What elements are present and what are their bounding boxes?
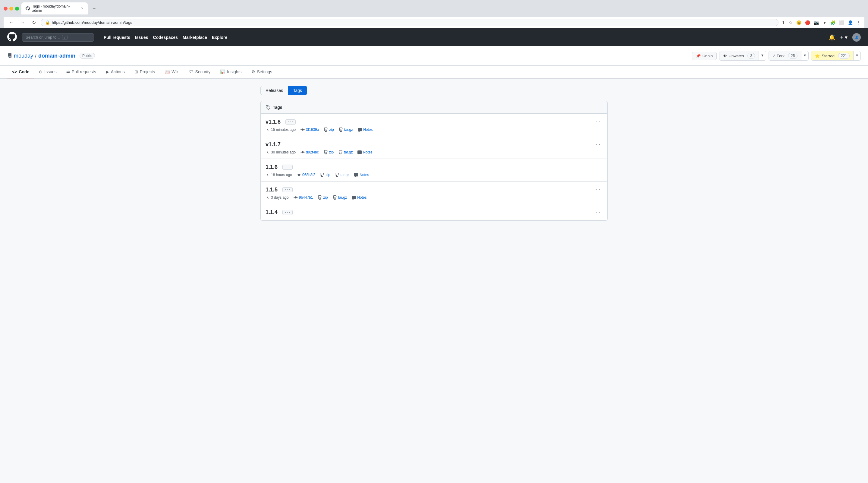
nav-right: 🔔 + ▾ 👤 <box>829 33 861 41</box>
menu-icon[interactable]: ⋮ <box>857 20 861 25</box>
tab-wiki[interactable]: 📖 Wiki <box>160 66 184 79</box>
screenshot-icon[interactable]: 📷 <box>814 20 819 25</box>
tag-commit: 068b8f3 <box>297 173 315 177</box>
tag-name-link[interactable]: v1.1.8 <box>266 119 281 125</box>
tar-icon <box>335 173 339 177</box>
tag-name-link[interactable]: 1.1.6 <box>266 164 278 170</box>
tag-commit-link[interactable]: d92f4bc <box>306 150 319 154</box>
tag-tar: tar.gz <box>335 173 349 177</box>
nav-codespaces[interactable]: Codespaces <box>153 35 178 40</box>
tag-options-button[interactable]: ··· <box>594 208 602 216</box>
unwatch-button[interactable]: 👁 Unwatch 3 <box>719 51 758 60</box>
tag-time: 3 days ago <box>266 195 289 200</box>
tag-notes: Notes <box>352 195 367 200</box>
minimize-dot[interactable] <box>9 7 13 10</box>
tag-name-row: v1.1.8······ <box>266 118 602 126</box>
repo-icon <box>7 53 12 58</box>
notification-badge <box>833 34 835 36</box>
notes-icon <box>352 195 356 200</box>
fork-icon: ⑂ <box>772 54 775 58</box>
tag-tar-link[interactable]: tar.gz <box>344 150 352 154</box>
refresh-button[interactable]: ↻ <box>30 19 38 26</box>
repo-name-link[interactable]: domain-admin <box>38 53 75 59</box>
share-icon[interactable]: ⬆ <box>781 20 785 25</box>
repo-owner-link[interactable]: mouday <box>14 53 33 59</box>
tag-commit-link[interactable]: 3f1639a <box>306 127 319 132</box>
tag-options-button[interactable]: ··· <box>594 186 602 193</box>
search-box[interactable]: Search or jump to... / <box>22 33 94 41</box>
tab-security[interactable]: 🛡 Security <box>184 66 216 79</box>
tag-zip-link[interactable]: zip <box>329 127 334 132</box>
tag-commit-link[interactable]: 068b8f3 <box>302 173 315 177</box>
profile-icon[interactable]: 👤 <box>848 20 853 25</box>
tab-code[interactable]: <> Code <box>7 66 34 79</box>
fork-caret[interactable]: ▾ <box>801 51 808 60</box>
tab-actions[interactable]: ▶ Actions <box>101 66 130 79</box>
tag-name-link[interactable]: 1.1.5 <box>266 187 278 193</box>
plus-button[interactable]: + ▾ <box>840 34 847 41</box>
tag-tar-link[interactable]: tar.gz <box>341 173 349 177</box>
zip-icon <box>318 195 322 200</box>
tab-close-button[interactable]: ✕ <box>81 7 84 10</box>
sidebar-icon[interactable]: ⬜ <box>839 20 844 25</box>
tag-notes-link[interactable]: Notes <box>363 150 372 154</box>
pr-tab-icon: ⇄ <box>66 69 70 74</box>
back-button[interactable]: ← <box>7 19 16 26</box>
forward-button[interactable]: → <box>19 19 27 26</box>
tag-badge: ··· <box>282 187 293 192</box>
tag-badge: ··· <box>282 210 293 215</box>
user-avatar[interactable]: 👤 <box>852 33 861 41</box>
tag-name-link[interactable]: 1.1.4 <box>266 209 278 216</box>
wiki-tab-icon: 📖 <box>164 69 170 74</box>
zip-icon <box>320 173 324 177</box>
releases-toggle-button[interactable]: Releases <box>260 86 288 95</box>
new-tab-button[interactable]: + <box>90 4 98 13</box>
tag-options-button[interactable]: ··· <box>594 141 602 148</box>
repo-header: mouday / domain-admin Public 📌 Unpin 👁 U… <box>0 46 868 66</box>
tab-pull-requests[interactable]: ⇄ Pull requests <box>61 66 101 79</box>
tag-tar-link[interactable]: tar.gz <box>344 127 353 132</box>
tag-zip-link[interactable]: zip <box>326 173 330 177</box>
maximize-dot[interactable] <box>15 7 19 10</box>
bookmark-icon[interactable]: ☆ <box>789 20 793 25</box>
close-dot[interactable] <box>4 7 7 10</box>
tag-zip-link[interactable]: zip <box>329 150 334 154</box>
tab-issues[interactable]: ⊙ Issues <box>34 66 61 79</box>
tag-tar-link[interactable]: tar.gz <box>338 195 347 200</box>
unwatch-caret[interactable]: ▾ <box>758 51 766 60</box>
tag-meta: 30 minutes ago d92f4bc zip tar.gz Notes <box>266 150 602 154</box>
tag-options-button[interactable]: ··· <box>594 118 602 126</box>
puzzle-icon[interactable]: 🧩 <box>830 20 835 25</box>
unpin-button[interactable]: 📌 Unpin <box>692 52 717 60</box>
browser-toolbar: ⬆ ☆ 😊 🔴 📷 ▼ 🧩 ⬜ 👤 ⋮ <box>781 20 861 25</box>
star-icon: ⭐ <box>815 54 820 58</box>
tags-toggle-button[interactable]: Tags <box>288 86 307 95</box>
tag-notes-link[interactable]: Notes <box>363 127 373 132</box>
zip-icon <box>324 150 328 154</box>
tag-commit-link[interactable]: 9b447b1 <box>299 195 313 200</box>
nav-pull-requests[interactable]: Pull requests <box>104 35 130 40</box>
tags-section: Tags v1.1.8······ 15 minutes ago 3f1639a… <box>260 101 608 221</box>
star-button[interactable]: ⭐ Starred 221 <box>811 51 853 60</box>
browser-tab[interactable]: Tags · mouday/domain-admin ✕ <box>22 2 88 14</box>
tag-tar: tar.gz <box>338 150 352 154</box>
tab-projects[interactable]: ⊞ Projects <box>130 66 160 79</box>
repo-action-buttons: 📌 Unpin 👁 Unwatch 3 ▾ ⑂ Fork 25 ▾ <box>692 51 861 61</box>
tab-settings[interactable]: ⚙ Settings <box>247 66 277 79</box>
star-caret[interactable]: ▾ <box>853 51 861 60</box>
tag-zip-link[interactable]: zip <box>323 195 328 200</box>
nav-issues[interactable]: Issues <box>135 35 148 40</box>
tab-insights[interactable]: 📊 Insights <box>215 66 246 79</box>
tag-row: v1.1.7··· 30 minutes ago d92f4bc zip tar… <box>261 136 607 159</box>
url-input[interactable]: 🔒 https://github.com/mouday/domain-admin… <box>41 19 778 26</box>
notifications-button[interactable]: 🔔 <box>829 34 835 41</box>
github-logo[interactable] <box>7 32 17 42</box>
fork-button[interactable]: ⑂ Fork 25 <box>769 51 801 60</box>
nav-marketplace[interactable]: Marketplace <box>183 35 207 40</box>
tag-options-button[interactable]: ··· <box>594 163 602 171</box>
tag-notes-link[interactable]: Notes <box>360 173 369 177</box>
tag-notes-link[interactable]: Notes <box>357 195 367 200</box>
nav-explore[interactable]: Explore <box>212 35 227 40</box>
commit-icon <box>293 195 298 200</box>
tag-name-link[interactable]: v1.1.7 <box>266 142 281 148</box>
